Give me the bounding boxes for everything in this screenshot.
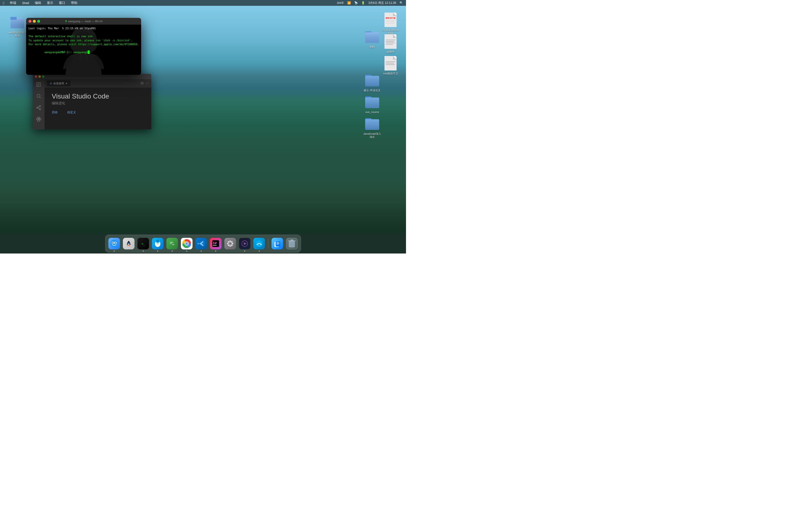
paste-icon	[272, 238, 283, 249]
svg-rect-110	[291, 239, 293, 241]
svg-point-67	[157, 243, 157, 243]
svg-point-101	[261, 244, 262, 245]
menu-window[interactable]: 窗口	[58, 1, 66, 5]
svg-point-68	[158, 243, 159, 243]
vscode-more-icon[interactable]: ···	[146, 81, 149, 85]
svg-rect-16	[386, 41, 394, 42]
terminal-close-button[interactable]	[29, 20, 32, 23]
svg-point-96	[230, 243, 231, 244]
svg-point-90	[227, 243, 229, 244]
dock-paste[interactable]	[271, 237, 284, 250]
vscode-dock-icon	[196, 238, 207, 249]
svg-rect-3	[10, 17, 17, 20]
svg-rect-10	[386, 21, 394, 22]
vscode-welcome-subtitle: 编辑进化	[52, 101, 144, 106]
vscode-customize-action[interactable]: 自定义	[67, 110, 76, 114]
dock-trash[interactable]	[286, 237, 298, 250]
dock-vscode[interactable]	[195, 237, 208, 250]
apple-menu[interactable]: 	[2, 1, 5, 5]
svg-rect-52	[38, 117, 39, 119]
dock-infuse[interactable]	[238, 237, 251, 250]
menubar-bluetooth[interactable]: 📡	[353, 1, 359, 5]
dock-qq[interactable]	[151, 237, 164, 250]
desktop-icon-js-deep[interactable]: JavaScript深入浅出	[362, 116, 382, 138]
intellij-icon	[210, 238, 221, 249]
terminal-maximize-button[interactable]	[37, 20, 40, 23]
vscode-minimize-button[interactable]	[39, 75, 41, 78]
menu-view[interactable]: 显示	[46, 1, 54, 5]
desktop-icon-vue-router[interactable]: vue路由守卫	[381, 56, 400, 75]
qq-icon	[152, 238, 164, 249]
dock-system-prefs[interactable]	[224, 237, 237, 250]
wechat-icon	[166, 238, 178, 249]
desktop-icon-web-frontend[interactable]: web前端全栈工程师	[8, 14, 27, 37]
dock-finder[interactable]	[108, 237, 121, 250]
svg-rect-36	[365, 119, 379, 130]
dock: >_	[105, 235, 301, 252]
terminal-window[interactable]: ⬆ wangyang — -bash — 80×24	[26, 18, 141, 75]
desktop-icon-git[interactable]: git操作	[381, 34, 400, 53]
svg-point-73	[171, 243, 172, 243]
svg-rect-18	[386, 44, 393, 45]
vscode-sidebar-files[interactable]	[35, 81, 42, 88]
svg-point-48	[37, 107, 38, 108]
dock-wechat[interactable]	[166, 237, 179, 250]
vscode-start-action[interactable]: 启动	[52, 110, 57, 114]
vue-source-label: vue_cource	[365, 111, 379, 114]
vscode-close-button[interactable]	[35, 75, 37, 78]
terminal-dock-icon: >_	[138, 238, 149, 249]
vscode-welcome-tab[interactable]: ⊙ 欢迎使用 ✕	[47, 80, 70, 87]
menubar-wifi[interactable]: 📶	[346, 1, 352, 5]
dock-intellij[interactable]	[209, 237, 222, 250]
wechat-active-dot	[172, 250, 173, 251]
svg-rect-25	[386, 61, 395, 62]
svg-rect-26	[386, 63, 394, 63]
menu-edit[interactable]: 编辑	[34, 1, 42, 5]
svg-point-83	[186, 243, 188, 244]
menubar-datetime[interactable]: 3月6日 周五 12:11:28	[367, 1, 397, 5]
vscode-tab-close-button[interactable]: ✕	[65, 82, 67, 85]
svg-point-93	[231, 244, 233, 246]
vscode-maximize-button[interactable]	[42, 75, 45, 78]
system-prefs-icon	[224, 238, 236, 249]
dock-launchpad[interactable]	[122, 237, 135, 250]
terminal-prompt[interactable]: wangyangdeMBP-2:~ wangyang$	[29, 47, 139, 59]
svg-rect-11	[386, 23, 395, 23]
vscode-split-editor-icon[interactable]: ⊟	[141, 81, 144, 85]
vscode-window[interactable]: ⊙ 欢迎使用 ✕ ⊟ ··· Visual Studio Code 编辑进化 启…	[33, 74, 151, 129]
terminal-title-icon: ⬆	[65, 19, 67, 23]
terminal-text: Last login: Thu Mar 5 23:15:49 on ttys00…	[29, 26, 139, 58]
menubar-char-count: 204字	[336, 1, 345, 5]
desktop-icon-vue-source[interactable]: vue_cource	[362, 94, 382, 114]
svg-marker-98	[244, 242, 247, 245]
dock-terminal[interactable]: >_	[137, 237, 150, 250]
qiniu-icon	[254, 238, 265, 249]
desktop-icon-resources[interactable]: 资料	[362, 29, 382, 49]
menu-shell[interactable]: Shell	[21, 1, 30, 5]
desktop-icon-thesis[interactable]: 硕士-毕业论文	[362, 72, 382, 92]
menubar-right: 204字 📶 📡 🔋 3月6日 周五 12:11:28 🔍	[336, 1, 404, 5]
menubar-search-icon[interactable]: 🔍	[399, 1, 404, 5]
js-deep-label: JavaScript深入浅出	[362, 132, 382, 138]
thesis-label: 硕士-毕业论文	[364, 89, 380, 92]
svg-point-78	[173, 244, 174, 245]
svg-point-88	[230, 241, 231, 242]
svg-line-46	[40, 97, 41, 98]
svg-rect-106	[277, 243, 280, 243]
menu-terminal[interactable]: 终端	[9, 1, 17, 5]
vscode-sidebar-extensions[interactable]	[35, 116, 42, 123]
vscode-sidebar-search[interactable]	[35, 93, 42, 100]
terminal-titlebar: ⬆ wangyang — -bash — 80×24	[26, 18, 141, 24]
menubar-battery[interactable]: 🔋	[360, 1, 366, 5]
terminal-minimize-button[interactable]	[33, 20, 36, 23]
menu-help[interactable]: 帮助	[70, 1, 78, 5]
terminal-content[interactable]: Last login: Thu Mar 5 23:15:49 on ttys00…	[26, 24, 141, 75]
svg-point-49	[39, 109, 41, 110]
dock-chrome[interactable]	[180, 237, 193, 250]
svg-point-72	[170, 243, 171, 243]
svg-point-100	[257, 244, 258, 245]
dock-qiniu[interactable]	[253, 237, 266, 250]
intellij-active-dot	[215, 250, 216, 251]
vscode-active-dot	[201, 250, 202, 251]
vscode-sidebar-git[interactable]	[35, 104, 42, 111]
